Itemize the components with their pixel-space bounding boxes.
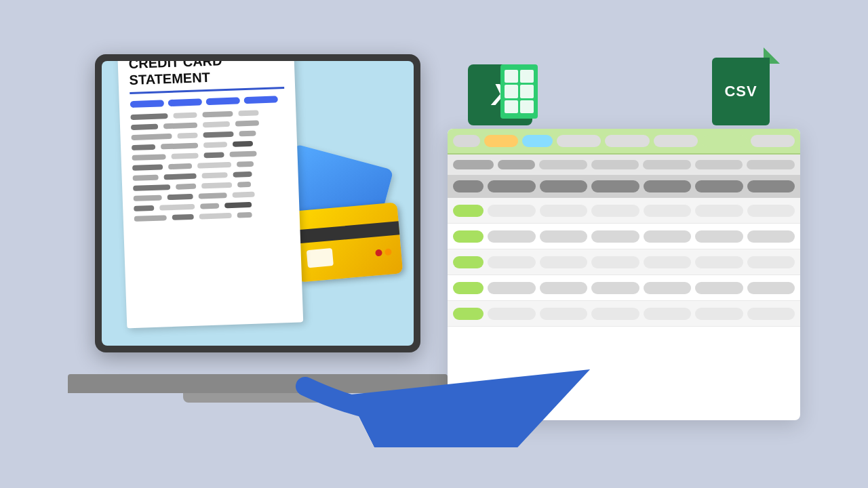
card-yellow — [292, 202, 403, 282]
dcell-3-5 — [644, 256, 692, 268]
stmt-row-1 — [130, 109, 285, 120]
hcell-7 — [702, 135, 746, 147]
statement-badges — [130, 96, 285, 108]
dcell-4-1 — [453, 282, 484, 294]
dcell-1-5 — [644, 205, 692, 217]
hcell-3 — [522, 135, 553, 147]
dcell-5-4 — [591, 308, 639, 320]
stmt-row-9 — [134, 190, 288, 201]
badge-3 — [206, 97, 240, 105]
hcell-2 — [484, 135, 518, 147]
dcell-4-4 — [591, 282, 639, 294]
dcell-5-6 — [695, 308, 743, 320]
dcell-1-4 — [591, 205, 639, 217]
dcell-5-7 — [747, 308, 795, 320]
hcell-6 — [654, 135, 698, 147]
statement-paper: CREDIT CARD STATEMENT — [117, 61, 303, 328]
hcell-8 — [751, 135, 795, 147]
dcell-1-7 — [747, 205, 795, 217]
card-dots — [375, 248, 392, 256]
stmt-row-3 — [131, 129, 285, 140]
arrow-area — [264, 366, 604, 447]
egi-2 — [520, 70, 534, 83]
egi-3 — [505, 85, 518, 98]
ss-data-row-1 — [448, 198, 800, 224]
ss-header-row — [448, 129, 800, 155]
egi-5 — [505, 100, 518, 113]
ss-data-row-3 — [448, 249, 800, 275]
badge-1 — [130, 100, 164, 108]
dcell-4-2 — [488, 282, 536, 294]
dcell-2-5 — [644, 230, 692, 243]
dcell-3-1 — [453, 256, 484, 268]
dcell-4-5 — [644, 282, 692, 294]
dcell-2-3 — [540, 230, 588, 243]
ss-data-row-5 — [448, 301, 800, 327]
fcell-6 — [695, 160, 743, 169]
statement-title: CREDIT CARD STATEMENT — [128, 61, 284, 88]
statement-underline — [130, 87, 284, 94]
ccell-7 — [747, 180, 795, 192]
card-chip — [307, 248, 334, 268]
dot-red — [375, 249, 382, 257]
main-scene: CREDIT CARD STATEMENT — [27, 20, 841, 468]
stmt-row-6 — [132, 160, 287, 171]
hcell-1 — [453, 135, 480, 147]
csv-file-body: CSV — [712, 58, 770, 125]
dot-orange — [384, 248, 392, 256]
dcell-1-2 — [488, 205, 536, 217]
fcell-4 — [591, 160, 639, 169]
dcell-5-3 — [540, 308, 588, 320]
conversion-arrow — [264, 366, 604, 447]
dcell-4-3 — [540, 282, 588, 294]
dcell-5-5 — [644, 308, 692, 320]
laptop-screen: CREDIT CARD STATEMENT — [95, 54, 420, 352]
egi-6 — [520, 100, 534, 113]
laptop-display: CREDIT CARD STATEMENT — [102, 61, 414, 346]
stmt-row-10 — [134, 201, 288, 211]
dcell-3-6 — [695, 256, 743, 268]
ccell-6 — [695, 180, 743, 192]
stmt-row-7 — [133, 170, 288, 181]
ccell-4 — [591, 180, 639, 192]
hcell-5 — [605, 135, 649, 147]
egi-1 — [505, 70, 518, 83]
stmt-row-2 — [131, 119, 285, 130]
badge-2 — [168, 98, 202, 106]
ss-data-row-2 — [448, 224, 800, 249]
hcell-4 — [557, 135, 601, 147]
ccell-5 — [644, 180, 692, 192]
dcell-1-6 — [695, 205, 743, 217]
dcell-3-4 — [591, 256, 639, 268]
dcell-5-2 — [488, 308, 536, 320]
ss-col-row — [448, 175, 800, 198]
dcell-1-3 — [540, 205, 588, 217]
stmt-row-8 — [133, 180, 288, 191]
card-stripe — [294, 221, 399, 243]
dcell-4-7 — [747, 282, 795, 294]
fcell-7 — [747, 160, 795, 169]
ss-data-row-4 — [448, 275, 800, 301]
ss-filter-row — [448, 155, 800, 175]
excel-logo-bg: X — [468, 64, 532, 125]
fcell-5 — [643, 160, 691, 169]
stmt-row-4 — [132, 140, 286, 150]
stmt-row-5 — [132, 150, 286, 161]
badge-4 — [244, 96, 278, 104]
dcell-2-4 — [591, 230, 639, 243]
csv-icon: CSV — [712, 47, 780, 122]
dcell-3-2 — [488, 256, 536, 268]
dcell-3-7 — [747, 256, 795, 268]
dcell-1-1 — [453, 205, 484, 217]
egi-4 — [520, 85, 534, 98]
dcell-4-6 — [695, 282, 743, 294]
fcell-2 — [498, 160, 535, 169]
fcell-3 — [539, 160, 587, 169]
stmt-row-11 — [134, 211, 289, 222]
excel-icon: X — [468, 54, 542, 129]
dcell-2-1 — [453, 230, 484, 243]
dcell-2-2 — [488, 230, 536, 243]
dcell-2-6 — [695, 230, 743, 243]
ccell-2 — [488, 180, 536, 192]
ccell-3 — [540, 180, 588, 192]
